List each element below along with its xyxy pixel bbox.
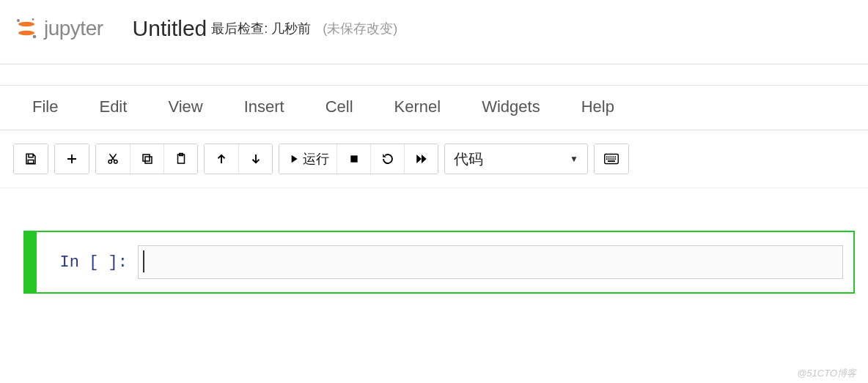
- code-cell[interactable]: In [ ]:: [23, 231, 855, 294]
- cell-prompt: In [ ]:: [43, 253, 138, 272]
- move-down-button[interactable]: [238, 144, 272, 174]
- unsaved-status: (未保存改变): [323, 20, 397, 37]
- svg-rect-17: [614, 156, 616, 157]
- svg-point-4: [32, 18, 34, 21]
- menu-edit[interactable]: Edit: [99, 97, 127, 116]
- svg-rect-19: [608, 158, 610, 160]
- cut-button[interactable]: [96, 144, 130, 174]
- restart-run-all-button[interactable]: [404, 144, 438, 174]
- svg-rect-20: [611, 158, 612, 160]
- menubar: File Edit View Insert Cell Kernel Widget…: [0, 86, 868, 130]
- svg-rect-8: [143, 155, 150, 161]
- menu-help[interactable]: Help: [581, 97, 614, 116]
- save-icon: [24, 152, 37, 166]
- svg-rect-7: [145, 157, 152, 163]
- paste-button[interactable]: [163, 144, 197, 174]
- menu-file[interactable]: File: [32, 97, 58, 116]
- arrow-down-icon: [249, 152, 262, 166]
- checkpoint-status: 最后检查: 几秒前: [211, 20, 311, 37]
- save-group: [13, 144, 48, 174]
- clipboard-group: [95, 144, 198, 174]
- restart-icon: [381, 152, 394, 166]
- svg-rect-16: [612, 156, 614, 157]
- celltype-select[interactable]: 代码 ▼: [444, 144, 588, 174]
- run-button[interactable]: 运行: [279, 144, 336, 174]
- menu-widgets[interactable]: Widgets: [482, 97, 540, 116]
- svg-rect-11: [350, 155, 357, 162]
- svg-rect-18: [606, 158, 608, 160]
- logo[interactable]: jupyter: [15, 17, 103, 40]
- header: jupyter Untitled 最后检查: 几秒前 (未保存改变): [0, 0, 868, 64]
- save-button[interactable]: [14, 144, 48, 174]
- run-icon: [287, 153, 298, 165]
- code-input-wrap[interactable]: [138, 245, 843, 279]
- toolbar: 运行 代码 ▼: [0, 130, 868, 188]
- chevron-down-icon: ▼: [570, 154, 578, 164]
- move-up-button[interactable]: [205, 144, 238, 174]
- menu-cell[interactable]: Cell: [326, 97, 353, 116]
- paste-icon: [174, 152, 188, 166]
- fast-forward-icon: [415, 152, 428, 166]
- notebook-area: In [ ]:: [0, 231, 868, 294]
- insert-cell-button[interactable]: [55, 144, 89, 174]
- watermark: @51CTO博客: [797, 367, 856, 380]
- keyboard-icon: [604, 153, 619, 165]
- svg-rect-13: [606, 156, 608, 157]
- svg-rect-14: [608, 156, 610, 157]
- arrow-up-icon: [215, 152, 228, 166]
- brand-name: jupyter: [44, 17, 103, 40]
- command-palette-group: [594, 144, 629, 174]
- copy-button[interactable]: [130, 144, 163, 174]
- menubar-container: File Edit View Insert Cell Kernel Widget…: [0, 85, 868, 130]
- notebook-title[interactable]: Untitled: [133, 16, 207, 41]
- plus-icon: [65, 152, 78, 166]
- text-cursor: [143, 250, 144, 272]
- restart-button[interactable]: [370, 144, 404, 174]
- menu-insert[interactable]: Insert: [244, 97, 284, 116]
- command-palette-button[interactable]: [595, 144, 628, 174]
- menu-view[interactable]: View: [168, 97, 202, 116]
- run-label: 运行: [303, 150, 329, 168]
- cut-icon: [106, 152, 119, 166]
- svg-point-3: [33, 34, 37, 38]
- svg-rect-23: [608, 160, 615, 162]
- code-input[interactable]: [139, 246, 842, 278]
- celltype-selected-label: 代码: [454, 149, 483, 169]
- copy-icon: [141, 152, 154, 166]
- svg-rect-22: [614, 158, 616, 160]
- svg-rect-15: [611, 156, 612, 157]
- add-group: [54, 144, 89, 174]
- menu-kernel[interactable]: Kernel: [394, 97, 441, 116]
- svg-point-2: [17, 19, 20, 22]
- run-group: 运行: [279, 144, 438, 174]
- svg-rect-21: [612, 158, 614, 160]
- jupyter-logo-icon: [15, 17, 38, 40]
- move-group: [204, 144, 273, 174]
- svg-point-1: [18, 30, 34, 34]
- svg-point-0: [18, 21, 34, 26]
- stop-icon: [348, 153, 360, 165]
- interrupt-button[interactable]: [336, 144, 370, 174]
